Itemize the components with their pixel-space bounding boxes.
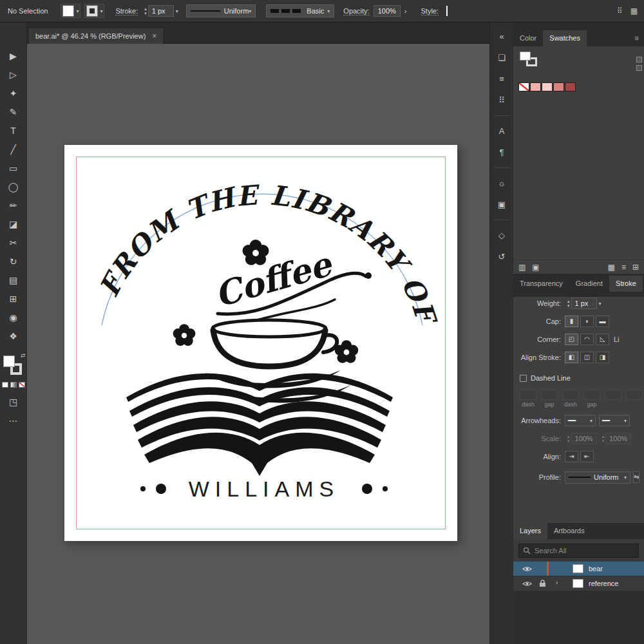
eraser-tool[interactable]: ◪ [5, 215, 23, 234]
color-button[interactable] [2, 382, 8, 388]
list-view-icon[interactable] [636, 57, 642, 62]
ellipse-tool[interactable]: ◯ [5, 178, 23, 196]
stamp-artwork[interactable]: FROM THE LIBRARY OF [64, 145, 457, 541]
stroke-weight-stepper[interactable]: ▴▾ 1 px ▾ [567, 298, 601, 309]
stroke-weight-value[interactable]: 1 px [148, 5, 174, 17]
brush-definition-dropdown[interactable]: Basic ▾ [266, 5, 334, 17]
gap-field[interactable] [583, 390, 600, 400]
line-segment-tool[interactable]: ╱ [5, 140, 23, 159]
opacity-label[interactable]: Opacity: [343, 7, 369, 15]
projecting-cap-button[interactable]: ▬ [596, 316, 609, 327]
swatch-options-icon[interactable]: ≡ [621, 263, 626, 272]
mini-fill-stroke[interactable] [520, 52, 540, 70]
paragraph-icon[interactable]: ¶ [493, 144, 510, 161]
libraries-icon[interactable]: ▥ [518, 263, 526, 272]
flip-profile-button[interactable]: ⇋ [633, 471, 639, 483]
swatch-none[interactable] [518, 82, 529, 91]
rectangle-tool[interactable]: ▭ [5, 159, 23, 178]
layers-search[interactable] [518, 544, 639, 558]
swatch-color[interactable] [542, 82, 553, 91]
stepper-arrows-icon[interactable]: ▴▾ [567, 299, 570, 308]
stroke-color-dropdown[interactable]: ▾ [84, 4, 104, 18]
miter-join-button[interactable]: ◰ [565, 334, 578, 345]
open-book[interactable] [126, 374, 393, 476]
document-tab[interactable]: bear.ai* @ 46.24 % (RGB/Preview) × [29, 28, 163, 44]
arrowhead-end-dropdown[interactable]: ━━▾ [599, 415, 630, 426]
app-grid-icon[interactable]: ⠿ [617, 6, 623, 15]
mini-fill-swatch[interactable] [520, 52, 531, 61]
fill-color-dropdown[interactable]: ▾ [61, 4, 80, 18]
stroke-label[interactable]: Stroke: [115, 7, 138, 15]
tab-layers[interactable]: Layers [513, 523, 547, 539]
gradient-tool[interactable]: ▤ [5, 271, 23, 290]
more-tools-button[interactable]: ⋯ [5, 412, 23, 430]
swatch-color[interactable] [553, 82, 564, 91]
fill-swatch[interactable] [3, 355, 15, 367]
draw-modes-button[interactable]: ◳ [5, 393, 23, 412]
thumb-view-icon[interactable] [636, 65, 642, 71]
width-profile-dropdown[interactable]: Uniform ▾ [186, 5, 256, 17]
workspace-icon[interactable]: ▦ [630, 6, 638, 15]
search-input[interactable] [535, 547, 618, 554]
layer-row-bear[interactable]: bear [513, 562, 644, 576]
arrow-place-button[interactable]: ⇤ [580, 451, 594, 462]
fill-stroke-control[interactable]: ⇄ [3, 355, 24, 378]
tab-color[interactable]: Color [513, 30, 543, 46]
type-tool[interactable]: T [5, 122, 23, 140]
magic-wand-tool[interactable]: ✦ [5, 84, 23, 103]
history-icon[interactable]: ↺ [493, 248, 510, 265]
opacity-value[interactable]: 100% [374, 5, 401, 17]
lock-icon[interactable] [539, 580, 546, 589]
direct-selection-tool[interactable]: ▷ [5, 66, 23, 84]
dash-field[interactable] [562, 390, 579, 400]
gap-field[interactable] [541, 390, 558, 400]
panel-menu-icon[interactable]: ≡ [630, 30, 644, 46]
stepper-arrows-icon[interactable]: ▴▾ [144, 6, 147, 15]
layer-row-reference[interactable]: › reference [513, 576, 644, 591]
layer-thumbnail[interactable] [573, 579, 583, 588]
arrowhead-start-dropdown[interactable]: ━━▾ [565, 415, 596, 426]
scissors-tool[interactable]: ✂ [5, 234, 23, 252]
swatch-color[interactable] [565, 82, 576, 91]
weight-value[interactable]: 1 px [571, 298, 597, 309]
rotate-tool[interactable]: ↻ [5, 252, 23, 271]
swap-fill-stroke-icon[interactable]: ⇄ [21, 352, 26, 359]
round-join-button[interactable]: ◠ [580, 334, 594, 345]
align-inside-button[interactable]: ◫ [580, 352, 594, 363]
visibility-eye-icon[interactable] [522, 565, 532, 574]
appearance-icon[interactable]: ☼ [493, 175, 510, 192]
layer-name[interactable]: reference [589, 580, 618, 587]
selection-tool[interactable]: ▶ [5, 47, 23, 66]
name-text[interactable]: WILLIAMS [189, 477, 339, 501]
profile-dropdown[interactable]: Uniform ▾ [565, 471, 630, 484]
align-icon[interactable]: ≡ [493, 70, 510, 88]
swatch-color[interactable] [530, 82, 541, 91]
tab-swatches[interactable]: Swatches [543, 30, 587, 46]
canvas[interactable]: FROM THE LIBRARY OF [27, 44, 489, 644]
artboard[interactable]: FROM THE LIBRARY OF [64, 145, 457, 541]
style-label[interactable]: Style: [421, 7, 439, 15]
visibility-eye-icon[interactable] [522, 580, 532, 589]
hand-tool[interactable]: ❖ [5, 327, 23, 346]
symbols-icon[interactable]: ◇ [493, 227, 510, 244]
show-kinds-icon[interactable]: ▦ [608, 263, 615, 272]
align-outside-button[interactable]: ◨ [596, 352, 609, 363]
mesh-tool[interactable]: ⊞ [5, 290, 23, 308]
gradient-button[interactable] [10, 382, 17, 388]
butt-cap-button[interactable]: ▮ [565, 316, 578, 327]
none-button[interactable] [19, 382, 25, 388]
swatch-themes-icon[interactable]: ▣ [532, 263, 539, 272]
collapse-panels-icon[interactable]: « [493, 28, 510, 45]
name-line[interactable]: WILLIAMS [140, 477, 388, 501]
expand-chevron-icon[interactable]: › [556, 579, 558, 586]
tab-artboards[interactable]: Artboards [547, 523, 591, 539]
close-icon[interactable]: × [152, 28, 156, 44]
layer-thumbnail[interactable] [573, 564, 583, 573]
dash-field[interactable] [520, 390, 536, 400]
new-swatch-icon[interactable]: ⊞ [632, 263, 639, 272]
pathfinder-icon[interactable]: ❏ [493, 49, 510, 66]
dash-field[interactable] [605, 390, 621, 400]
tab-transparency[interactable]: Transparency [513, 276, 569, 292]
gap-field[interactable] [626, 390, 643, 400]
tab-gradient[interactable]: Gradient [569, 276, 609, 292]
